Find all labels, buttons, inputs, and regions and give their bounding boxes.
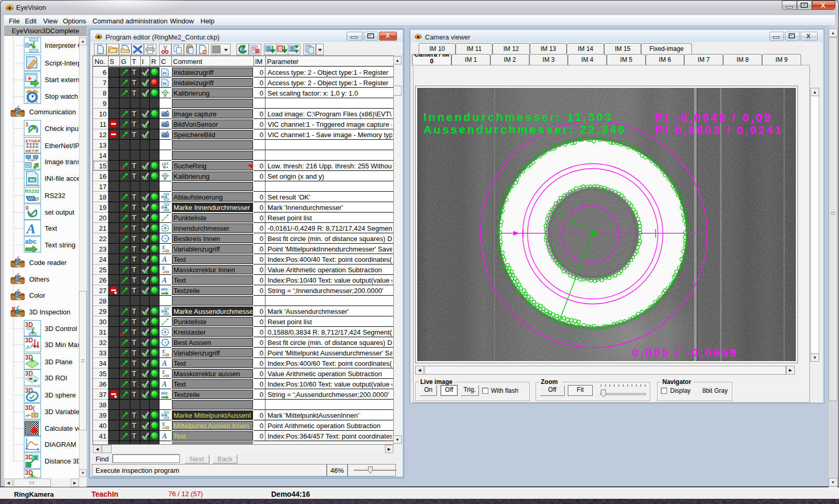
svg-text:abc: abc [25, 237, 36, 245]
svg-text:PI 0,0003 / 0,0241: PI 0,0003 / 0,0241 [655, 124, 783, 137]
svg-text:INI: INI [30, 178, 35, 182]
svg-text:Innendurchmesser: 11,303: Innendurchmesser: 11,303 [423, 111, 613, 124]
svg-text:A: A [162, 276, 167, 284]
svg-text:3D: 3D [25, 404, 33, 412]
svg-text:(: ( [33, 405, 35, 412]
svg-text:A: A [162, 360, 167, 367]
svg-text:A: A [162, 432, 167, 440]
svg-text:A: A [162, 256, 167, 263]
svg-text:0,005 / -0,0659: 0,005 / -0,0659 [632, 346, 738, 359]
svg-text:X: X [161, 266, 165, 271]
svg-text:A: A [162, 380, 167, 388]
svg-text:X: X [161, 245, 165, 250]
svg-text:1: 1 [25, 121, 29, 127]
svg-text:ETHER: ETHER [25, 139, 40, 143]
svg-text:0: 0 [25, 205, 29, 211]
svg-text:A: A [25, 221, 35, 235]
svg-text:INI: INI [163, 72, 167, 75]
svg-text:NETIP: NETIP [25, 149, 39, 153]
svg-text:3: 3 [166, 162, 168, 165]
svg-text:X: X [161, 369, 165, 375]
svg-text:3D: 3D [25, 337, 33, 344]
svg-text:PI -0,0048 / 0,09: PI -0,0048 / 0,09 [655, 111, 773, 124]
svg-text:X: X [161, 349, 165, 354]
svg-text:RS232: RS232 [25, 189, 39, 194]
svg-text:INI: INI [163, 82, 167, 85]
svg-text:abc: abc [161, 287, 168, 291]
svg-text:Aussendurchmesser: 22,346: Aussendurchmesser: 22,346 [423, 123, 627, 136]
svg-text:abc: abc [161, 391, 168, 395]
svg-text:X: X [161, 421, 165, 427]
